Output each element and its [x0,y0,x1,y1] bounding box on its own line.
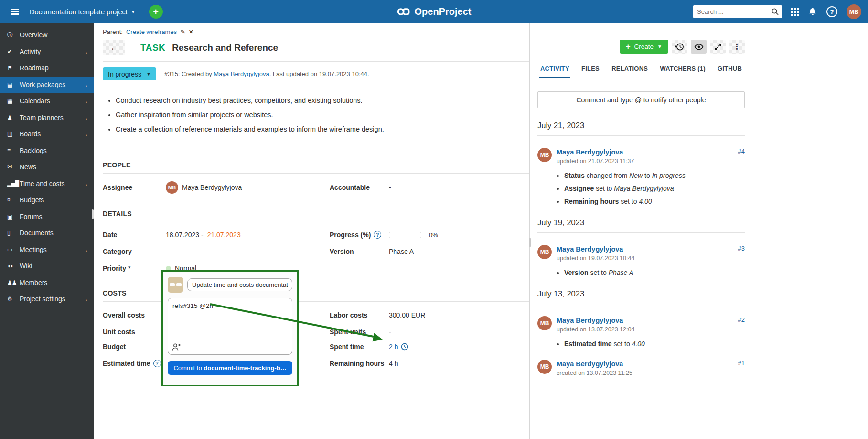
sidebar-resize-handle[interactable] [92,209,94,219]
commit-summary-input[interactable] [187,278,292,291]
progress-value[interactable]: 0% [389,231,438,239]
sidebar-item-news[interactable]: ✉ News → [0,159,94,176]
sidebar-item-project-settings[interactable]: ⚙ Project settings → [0,291,94,307]
tab-watchers[interactable]: WATCHERS (1) [659,61,706,78]
create-button[interactable]: + Create ▼ [620,40,668,54]
status-row: In progress ▼ #315: Created by Maya Berd… [103,67,529,80]
plus-icon: + [626,42,631,52]
global-add-button[interactable]: + [149,5,163,19]
panel-resize-handle[interactable] [529,238,531,247]
baseline-comparison-button[interactable] [672,40,687,54]
activity-change: Remaining hours set to 4.00 [564,198,745,205]
help-icon: ? [826,6,837,17]
submenu-arrow-icon[interactable]: → [82,180,88,187]
chevron-down-icon: ▼ [146,71,151,77]
sidebar-item-boards[interactable]: ◫ Boards → [0,126,94,143]
tab-files[interactable]: FILES [580,61,600,78]
category-value[interactable]: - [166,248,168,255]
tab-relations[interactable]: RELATIONS [611,61,649,78]
clock-icon [401,343,408,351]
accountable-value[interactable]: - [389,184,391,191]
sidebar-item-documents[interactable]: ▯ Documents → [0,225,94,241]
user-avatar[interactable]: MB [847,4,861,19]
add-coauthor-icon[interactable] [172,343,181,351]
more-options-button[interactable]: ⋮ [729,40,745,54]
sidebar-item-label: Activity [20,48,41,55]
spent-time-value[interactable]: 2 h [389,343,408,351]
hamburger-menu-button[interactable] [7,4,23,20]
sidebar-item-meetings[interactable]: ▭ Meetings → [0,241,94,258]
activity-user-link[interactable]: Maya Berdygylyjova [557,317,623,324]
sidebar-item-budgets[interactable]: ¤ Budgets → [0,192,94,209]
date-label: Date [103,231,166,239]
description-bullet: Gather inspiration from similar projects… [116,110,529,120]
sidebar-item-wiki[interactable]: ◖◗ Wiki → [0,258,94,274]
activity-user-link[interactable]: Maya Berdygylyjova [557,360,623,368]
sidebar-item-team-planners[interactable]: ♟ Team planners → [0,110,94,126]
date-value[interactable]: 18.07.2023 - 21.07.2023 [166,231,241,239]
activity-number-link[interactable]: #2 [738,316,745,323]
sidebar-item-members[interactable]: ♟♟ Members → [0,274,94,291]
submenu-arrow-icon[interactable]: → [82,81,88,88]
activity-timestamp: updated on 21.07.2023 11:37 [557,158,745,165]
version-value[interactable]: Phase A [389,248,414,255]
parent-link[interactable]: Create wireframes [126,28,177,35]
status-dropdown[interactable]: In progress ▼ [103,67,156,80]
tab-github[interactable]: GITHUB [717,61,743,78]
sidebar-item-work-packages[interactable]: ▤ Work packages → [0,77,94,93]
remove-parent-close-icon[interactable]: × [189,28,193,36]
submenu-arrow-icon[interactable]: → [82,246,88,253]
submenu-arrow-icon[interactable]: → [82,48,88,55]
description[interactable]: Conduct research on industry best practi… [103,96,529,134]
help-icon[interactable]: ? [153,360,161,367]
activity-user-link[interactable]: Maya Berdygylyjova [557,148,623,156]
submenu-arrow-icon[interactable]: → [82,130,88,138]
work-package-title[interactable]: Research and Reference [172,43,278,53]
watch-eye-button[interactable] [691,40,707,54]
sidebar-item-label: Roadmap [20,64,49,72]
sidebar-item-backlogs[interactable]: ≡ Backlogs → [0,143,94,159]
commit-description-textarea[interactable]: refs#315 @2h [168,298,292,355]
activity-number-link[interactable]: #3 [738,245,745,252]
search-input[interactable] [694,8,771,15]
sidebar-item-calendars[interactable]: ▦ Calendars → [0,93,94,110]
tab-activity[interactable]: ACTIVITY [539,61,570,78]
submenu-arrow-icon[interactable]: → [82,97,88,105]
team-planner-icon: ♟ [7,114,20,121]
sidebar-item-time-and-costs[interactable]: ▂▅█ Time and costs → [0,176,94,192]
spent-units-value[interactable]: - [389,328,391,336]
activity-number-link[interactable]: #4 [738,148,745,155]
unit-costs-label: Unit costs [103,328,166,336]
assignee-value[interactable]: MB Maya Berdygylyjova [166,181,242,194]
notifications-button[interactable] [808,7,817,17]
modules-grid-button[interactable] [791,8,799,16]
divider [103,61,529,62]
search-box[interactable] [693,5,782,18]
activity-number-link[interactable]: #1 [738,360,745,367]
help-button[interactable]: ? [826,6,837,17]
edit-parent-pencil-icon[interactable]: ✎ [180,28,185,35]
comment-input[interactable]: Comment and type @ to notify other peopl… [537,91,745,108]
project-selector[interactable]: Documentation template project ▼ [27,8,139,16]
avatar: MB [537,245,552,259]
activity-feed: July 21, 2023 MB Maya Berdygylyjova upda… [537,121,745,376]
activity-group: July 21, 2023 MB Maya Berdygylyjova upda… [537,121,745,205]
sidebar-item-forums[interactable]: ▣ Forums → [0,209,94,225]
fullscreen-arrows-icon [714,43,722,51]
activity-user-link[interactable]: Maya Berdygylyjova [557,245,623,253]
commit-button[interactable]: Commit to document-time-tracking-b… [168,361,292,375]
remaining-hours-value[interactable]: 4 h [389,360,398,367]
author-link[interactable]: Maya Berdygylyjova [214,70,269,77]
openproject-logo[interactable]: OpenProject [397,6,472,17]
back-button[interactable]: ← [103,40,125,55]
parent-breadcrumb: Parent: Create wireframes ✎ × [103,28,529,36]
submenu-arrow-icon[interactable]: → [82,295,88,303]
fullscreen-button[interactable] [710,40,726,54]
labor-costs-value[interactable]: 300.00 EUR [389,311,425,319]
sidebar-item-overview[interactable]: ⓘ Overview → [0,27,94,44]
sidebar-item-roadmap[interactable]: ⚑ Roadmap → [0,60,94,77]
sidebar-item-activity[interactable]: ✔ Activity → [0,44,94,60]
help-icon[interactable]: ? [374,231,381,239]
work-package-type[interactable]: TASK [140,43,165,53]
submenu-arrow-icon[interactable]: → [82,114,88,121]
